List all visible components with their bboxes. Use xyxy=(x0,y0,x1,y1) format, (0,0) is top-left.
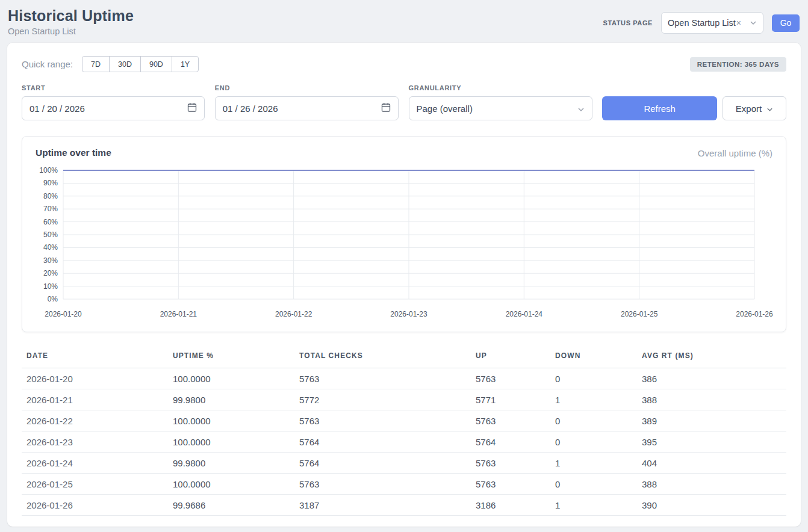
quick-range-row: Quick range: 7D 30D 90D 1Y RETENTION: 36… xyxy=(22,56,786,72)
table-cell: 5763 xyxy=(471,453,550,474)
table-row: 2026-01-2499.9800576457631404 xyxy=(22,453,786,474)
table-cell: 99.9800 xyxy=(168,453,294,474)
calendar-icon[interactable] xyxy=(381,102,391,114)
table-cell: 2026-01-24 xyxy=(22,453,168,474)
quick-range-90d[interactable]: 90D xyxy=(140,56,172,72)
table-cell: 0 xyxy=(550,368,637,389)
column-header: TOTAL CHECKS xyxy=(294,347,471,368)
table-cell: 5771 xyxy=(471,389,550,410)
chevron-down-icon xyxy=(750,20,757,25)
table-cell: 5763 xyxy=(471,474,550,495)
table-cell: 0 xyxy=(550,474,637,495)
page-header: Historical Uptime Open Startup List STAT… xyxy=(0,0,808,36)
quick-range-7d[interactable]: 7D xyxy=(82,56,110,72)
status-page-select[interactable]: Open Startup List × xyxy=(661,12,763,34)
table-cell: 100.0000 xyxy=(168,431,294,453)
table-cell: 388 xyxy=(637,474,786,495)
table-row: 2026-01-23100.0000576457640395 xyxy=(22,431,786,453)
table-cell: 388 xyxy=(637,389,786,410)
table-cell: 5763 xyxy=(294,410,471,431)
svg-text:2026-01-23: 2026-01-23 xyxy=(390,310,427,318)
status-page-label: STATUS PAGE xyxy=(603,19,653,26)
page-title: Historical Uptime xyxy=(8,7,134,25)
export-button[interactable]: Export xyxy=(723,96,786,120)
quick-range-group: 7D 30D 90D 1Y xyxy=(82,56,199,72)
main-panel: Quick range: 7D 30D 90D 1Y RETENTION: 36… xyxy=(7,43,801,527)
table-cell: 404 xyxy=(637,453,786,474)
header-controls: STATUS PAGE Open Startup List × Go xyxy=(603,12,800,34)
svg-text:30%: 30% xyxy=(43,256,58,265)
svg-text:0%: 0% xyxy=(48,295,58,303)
svg-text:2026-01-20: 2026-01-20 xyxy=(45,310,82,318)
table-cell: 2026-01-25 xyxy=(22,474,168,495)
table-cell: 3186 xyxy=(471,495,550,516)
table-cell: 395 xyxy=(637,431,786,453)
table-cell: 5764 xyxy=(294,453,471,474)
svg-text:100%: 100% xyxy=(39,166,58,175)
uptime-table: DATEUPTIME %TOTAL CHECKSUPDOWNAVG RT (MS… xyxy=(22,347,786,516)
end-date-input[interactable]: 01 / 26 / 2026 xyxy=(215,96,399,120)
table-cell: 5763 xyxy=(471,368,550,389)
column-header: AVG RT (MS) xyxy=(637,347,786,368)
chart-title: Uptime over time xyxy=(36,147,111,158)
table-cell: 5763 xyxy=(471,410,550,431)
table-cell: 389 xyxy=(637,410,786,431)
end-date-value: 01 / 26 / 2026 xyxy=(223,104,278,114)
chevron-down-icon xyxy=(577,104,585,114)
calendar-icon[interactable] xyxy=(187,102,197,114)
granularity-value: Page (overall) xyxy=(417,104,473,114)
svg-text:2026-01-24: 2026-01-24 xyxy=(506,310,543,318)
table-row: 2026-01-2699.9686318731861390 xyxy=(22,495,786,516)
svg-text:60%: 60% xyxy=(43,218,58,226)
table-cell: 386 xyxy=(637,368,786,389)
historical-uptime-page: Historical Uptime Open Startup List STAT… xyxy=(0,0,808,527)
table-cell: 0 xyxy=(550,431,637,453)
svg-text:20%: 20% xyxy=(43,269,58,277)
table-cell: 100.0000 xyxy=(168,368,294,389)
table-cell: 5764 xyxy=(294,431,471,453)
go-button[interactable]: Go xyxy=(772,14,800,32)
start-date-label: START xyxy=(22,84,205,91)
table-cell: 2026-01-22 xyxy=(22,410,168,431)
clear-selection-icon[interactable]: × xyxy=(736,18,741,28)
table-cell: 0 xyxy=(550,410,637,431)
table-row: 2026-01-20100.0000576357630386 xyxy=(22,368,786,389)
granularity-field: GRANULARITY Page (overall) xyxy=(409,84,593,120)
svg-text:2026-01-25: 2026-01-25 xyxy=(621,310,658,318)
column-header: DATE xyxy=(22,347,168,368)
column-header: UPTIME % xyxy=(168,347,294,368)
table-header-row: DATEUPTIME %TOTAL CHECKSUPDOWNAVG RT (MS… xyxy=(22,347,786,368)
table-cell: 5772 xyxy=(294,389,471,410)
table-cell: 1 xyxy=(550,495,637,516)
refresh-button[interactable]: Refresh xyxy=(602,96,717,120)
uptime-chart-card: Uptime over time Overall uptime (%) 0%10… xyxy=(22,136,786,332)
table-cell: 5763 xyxy=(294,474,471,495)
table-cell: 2026-01-20 xyxy=(22,368,168,389)
table-cell: 5763 xyxy=(294,368,471,389)
retention-badge: RETENTION: 365 DAYS xyxy=(690,57,786,72)
svg-text:50%: 50% xyxy=(43,230,58,239)
status-page-value: Open Startup List xyxy=(668,18,736,28)
table-row: 2026-01-2199.9800577257711388 xyxy=(22,389,786,410)
quick-range-1y[interactable]: 1Y xyxy=(172,56,199,72)
svg-text:2026-01-26: 2026-01-26 xyxy=(736,310,773,318)
chevron-down-icon xyxy=(766,104,773,114)
chart-legend: Overall uptime (%) xyxy=(698,148,772,158)
export-label: Export xyxy=(736,104,762,114)
svg-text:2026-01-21: 2026-01-21 xyxy=(160,310,197,318)
table-cell: 390 xyxy=(637,495,786,516)
table-row: 2026-01-25100.0000576357630388 xyxy=(22,474,786,495)
table-cell: 100.0000 xyxy=(168,410,294,431)
title-block: Historical Uptime Open Startup List xyxy=(8,7,134,36)
page-subtitle: Open Startup List xyxy=(8,26,134,36)
filter-form: START 01 / 20 / 2026 END 01 / 26 / 2026 xyxy=(22,84,786,120)
quick-range-30d[interactable]: 30D xyxy=(109,56,141,72)
table-cell: 100.0000 xyxy=(168,474,294,495)
uptime-line-chart: 0%10%20%30%40%50%60%70%80%90%100%2026-01… xyxy=(36,163,772,324)
granularity-label: GRANULARITY xyxy=(409,84,593,91)
granularity-select[interactable]: Page (overall) xyxy=(409,96,593,120)
end-date-label: END xyxy=(215,84,399,91)
start-date-input[interactable]: 01 / 20 / 2026 xyxy=(22,96,205,120)
start-date-field: START 01 / 20 / 2026 xyxy=(22,84,205,120)
svg-text:40%: 40% xyxy=(43,243,58,252)
